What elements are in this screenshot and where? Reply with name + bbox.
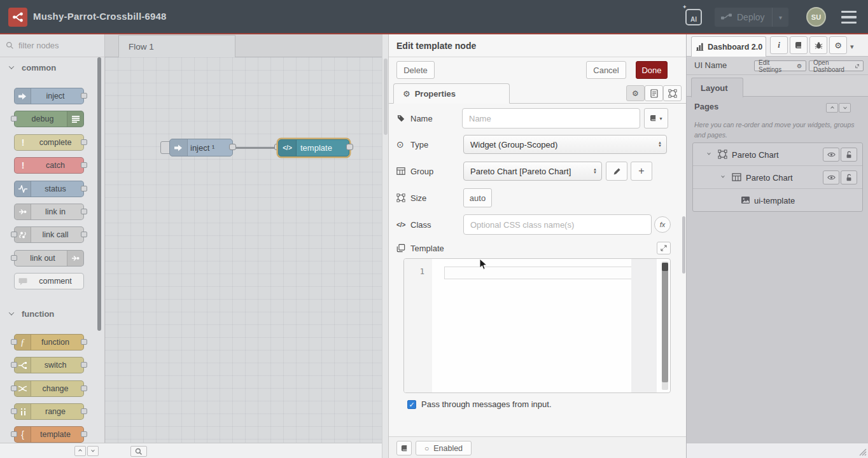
type-select[interactable]: Widget (Group-Scoped) ▲▼ (463, 135, 667, 154)
tab-dashboard-2[interactable]: Dashboard 2.0 (691, 36, 766, 57)
inject-icon (170, 139, 188, 156)
debug-tab-button[interactable] (809, 36, 827, 54)
dashboard-sidebar: Dashboard 2.0 i ⚙ ▾ UI Name Edit Setting… (686, 34, 868, 458)
canvas-footer (105, 443, 382, 458)
delete-button[interactable]: Delete (396, 61, 435, 79)
deploy-button[interactable]: Deploy ▾ (715, 8, 788, 27)
image-icon (741, 195, 750, 207)
info-tab-button[interactable]: i (770, 36, 788, 54)
tab-properties[interactable]: ⚙ Properties (393, 83, 510, 104)
expand-all-button[interactable] (87, 446, 99, 456)
dialog-scrollbar[interactable] (682, 216, 685, 274)
palette-node-template[interactable]: { template (14, 426, 84, 443)
palette-node-link-out[interactable]: link out (14, 250, 84, 267)
config-tab-button[interactable]: ⚙ (829, 36, 847, 54)
lock-button[interactable] (841, 170, 857, 184)
canvas-search-button[interactable] (130, 446, 147, 457)
palette-filter[interactable]: filter nodes (0, 34, 104, 57)
edit-group-button[interactable] (606, 162, 627, 181)
palette-node-range[interactable]: range (14, 403, 84, 420)
size-button[interactable]: auto (463, 188, 492, 207)
palette-node-complete[interactable]: ! complete (14, 134, 84, 151)
eye-icon (827, 174, 836, 181)
flow-workspace: Flow 1 inject ¹ </> template (105, 34, 382, 458)
chevron-down-icon[interactable] (707, 151, 711, 155)
main-menu-button[interactable] (841, 11, 857, 24)
cancel-button[interactable]: Cancel (586, 61, 626, 79)
open-dashboard-button[interactable]: Open Dashboard (809, 60, 864, 71)
enabled-toggle-button[interactable]: ○ Enabled (416, 441, 472, 455)
output-port (81, 362, 87, 368)
name-library-button[interactable]: ▾ (644, 108, 668, 128)
deploy-options-caret[interactable]: ▾ (772, 8, 788, 27)
node-red-app: Mushy-Parrot-Crossbill-6948 ✦ AI Deploy … (0, 0, 868, 458)
visibility-button[interactable] (823, 170, 839, 184)
visibility-button[interactable] (823, 148, 839, 162)
user-avatar[interactable]: SU (806, 7, 826, 27)
output-port (81, 408, 87, 414)
chevron-down-icon (9, 310, 14, 315)
expand-tree-button[interactable] (839, 103, 851, 113)
flow-node-inject[interactable]: inject ¹ (169, 139, 233, 156)
dialog-title: Edit template node (389, 34, 686, 57)
canvas-vertical-scrollbar[interactable] (382, 34, 388, 458)
help-tab-button[interactable] (790, 36, 808, 54)
done-button[interactable]: Done (636, 61, 668, 79)
template-code-editor[interactable]: 1 (403, 258, 671, 393)
tree-row-group-pareto-chart[interactable]: Pareto Chart (693, 166, 862, 189)
palette-node-link-call[interactable]: link call (14, 226, 84, 243)
palette-node-switch[interactable]: switch (14, 357, 84, 373)
output-port (81, 162, 87, 168)
collapse-tree-button[interactable] (826, 103, 838, 113)
palette-node-comment[interactable]: comment (14, 273, 84, 289)
palette-node-catch[interactable]: ! catch (14, 157, 84, 174)
tree-row-page-pareto-chart[interactable]: Pareto Chart (693, 143, 862, 166)
output-port (81, 339, 87, 345)
editor-scrollbar[interactable] (662, 261, 668, 390)
fx-button[interactable]: fx (654, 216, 671, 233)
palette-scrollbar[interactable] (97, 57, 101, 331)
palette-node-function[interactable]: ƒ function (14, 334, 84, 350)
palette-category-common[interactable]: common (0, 61, 104, 74)
debug-icon (67, 111, 83, 127)
collapse-all-button[interactable] (74, 446, 86, 456)
pages-hint-text: Here you can re-order and move your widg… (694, 120, 861, 141)
wire-inject-to-template[interactable] (235, 147, 279, 149)
flow-node-template-selected[interactable]: </> template (278, 139, 349, 156)
ai-assistant-button[interactable]: AI (685, 9, 702, 25)
add-group-button[interactable]: + (631, 162, 652, 181)
sidebar-menu-caret[interactable]: ▾ (850, 43, 854, 51)
properties-section-button[interactable]: ⚙ (626, 85, 645, 101)
passthrough-checkbox[interactable]: ✓ (407, 400, 416, 409)
palette-node-status[interactable]: status (14, 181, 84, 197)
name-input[interactable] (462, 108, 640, 128)
edit-settings-button[interactable]: Edit Settings ⚙ (754, 60, 806, 71)
resize-grip[interactable] (857, 446, 867, 456)
flow-canvas[interactable]: inject ¹ </> template (105, 57, 382, 443)
palette-node-debug[interactable]: debug (14, 111, 84, 127)
caret-down-icon: ▾ (659, 116, 662, 121)
type-row: ⊙ Type Widget (Group-Scoped) ▲▼ (396, 135, 680, 154)
template-output-port[interactable] (346, 144, 353, 150)
tab-flow-1[interactable]: Flow 1 (118, 35, 235, 57)
palette-node-change[interactable]: change (14, 380, 84, 397)
description-section-button[interactable] (645, 85, 663, 101)
class-input[interactable] (463, 214, 652, 235)
template-copy-icon (396, 244, 408, 253)
node-library-button[interactable] (396, 441, 412, 455)
chevron-down-icon[interactable] (721, 174, 725, 178)
palette-node-link-in[interactable]: link in (14, 204, 84, 220)
editor-active-line (444, 267, 635, 279)
palette-category-function[interactable]: function (0, 307, 104, 320)
inject-icon (15, 88, 31, 104)
appearance-section-button[interactable] (663, 85, 682, 101)
editor-gutter: 1 (404, 259, 432, 392)
group-select[interactable]: Pareto Chart [Pareto Chart] ▲▼ (463, 162, 602, 181)
expand-editor-button[interactable] (657, 242, 671, 254)
palette-node-inject[interactable]: inject (14, 88, 84, 104)
lock-button[interactable] (841, 148, 857, 162)
tree-row-widget-ui-template[interactable]: ui-template (693, 189, 862, 212)
input-port (11, 385, 17, 391)
tab-layout[interactable]: Layout (691, 78, 743, 97)
class-row: </> Class fx (396, 214, 680, 235)
